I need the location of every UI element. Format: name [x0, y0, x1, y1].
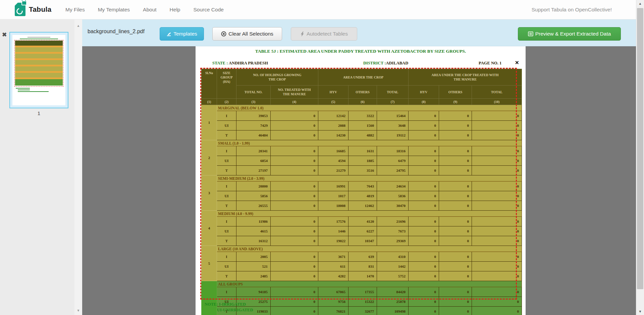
lightning-icon	[300, 32, 305, 37]
pdf-table-title: TABLE 5J : ESTIMATED AREA UNDER PADDY TR…	[196, 49, 526, 54]
toolbar: background_lines_2.pdf Templates Clear A…	[82, 19, 636, 46]
value-cell: 0	[439, 307, 472, 315]
window-scrollbar[interactable]: ▲ ▼	[636, 0, 644, 315]
value-cell: 32677	[348, 307, 377, 315]
pdf-filename: background_lines_2.pdf	[88, 29, 145, 35]
value-cell: 0	[472, 307, 522, 315]
sidebar-scroll-down-icon[interactable]: ▼	[74, 309, 82, 312]
value-cell: 0	[409, 307, 439, 315]
sidebar-scrollbar[interactable]: ▲ ▼	[74, 19, 82, 315]
page-thumbnail[interactable]	[9, 32, 68, 108]
value-cell: 0	[271, 307, 318, 315]
thumbnail-page-number: 1	[9, 110, 68, 116]
scroll-down-icon[interactable]: ▼	[636, 310, 644, 313]
nav-item-about[interactable]: About	[143, 7, 157, 13]
value-cell: 76821	[318, 307, 348, 315]
scrollbar-thumb[interactable]	[637, 8, 643, 289]
pdf-viewport: TABLE 5J : ESTIMATED AREA UNDER PADDY TR…	[82, 46, 636, 315]
nav-item-help[interactable]: Help	[170, 7, 180, 13]
templates-button[interactable]: Templates	[160, 27, 204, 41]
nav-menu: My Files My Templates About Help Source …	[65, 0, 224, 19]
pdf-state: STATE : ANDHRA PRADESH	[212, 61, 268, 66]
thumbnail-sidebar: ▲ ▼ ✖	[0, 19, 82, 315]
nav-item-source-code[interactable]: Source Code	[193, 7, 223, 13]
sidebar-scroll-up-icon[interactable]: ▲	[74, 24, 82, 28]
selection-close-icon[interactable]: ✕	[515, 60, 519, 65]
thumbnail-page-image	[12, 35, 65, 105]
pdf-page-number-label: PAGE NO. 1	[479, 61, 501, 66]
pdf-note-line1: NOTE: I-IRRIGATED	[205, 302, 246, 307]
pdf-district: DISTRICT :ADILABAD	[363, 61, 408, 66]
value-cell: 109498	[377, 307, 409, 315]
clear-all-selections-button[interactable]: Clear All Selections	[212, 27, 282, 41]
pdf-page[interactable]: TABLE 5J : ESTIMATED AREA UNDER PADDY TR…	[196, 46, 526, 315]
table-list-icon	[528, 31, 533, 37]
pdf-note-line2: UI-UNIRRIGATED	[217, 308, 253, 313]
table-selection-box[interactable]	[200, 68, 517, 300]
brand[interactable]: Tabula	[15, 3, 51, 16]
tabula-app: Tabula My Files My Templates About Help …	[0, 0, 644, 315]
nav-item-my-files[interactable]: My Files	[65, 7, 85, 13]
preview-export-button[interactable]: Preview & Export Extracted Data	[518, 27, 621, 41]
autodetect-tables-button[interactable]: Autodetect Tables	[291, 27, 357, 41]
tabula-logo-icon	[15, 3, 25, 16]
nav-item-my-templates[interactable]: My Templates	[98, 7, 130, 13]
navbar: Tabula My Files My Templates About Help …	[0, 0, 644, 19]
scroll-up-icon[interactable]: ▲	[636, 2, 644, 5]
remove-page-icon[interactable]: ✖	[2, 32, 7, 38]
support-link[interactable]: Support Tabula on OpenCollective!	[532, 0, 612, 19]
brand-title: Tabula	[29, 5, 51, 13]
template-save-icon	[166, 32, 171, 37]
circled-x-icon	[221, 31, 226, 37]
